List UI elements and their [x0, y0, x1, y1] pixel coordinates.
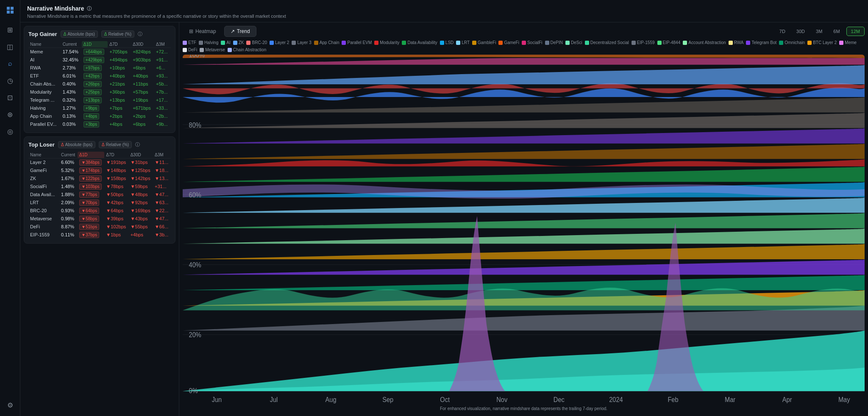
legend-item[interactable]: BRC-20: [246, 40, 267, 45]
top-gainer-row[interactable]: Chain Abs... 0.40% +26bps +21bps +11bps …: [28, 80, 171, 88]
legend-item[interactable]: Layer 2: [270, 40, 289, 45]
legend-item[interactable]: Telegram Bot: [746, 40, 776, 45]
legend-item[interactable]: LSD: [440, 40, 453, 45]
legend-item[interactable]: DeFi: [183, 47, 197, 52]
legend-item[interactable]: GambleFi: [472, 40, 496, 45]
absolute-badge[interactable]: Δ Absolute (bps): [61, 31, 98, 38]
info-icon[interactable]: ⓘ: [87, 6, 92, 12]
top-loser-row[interactable]: ZK 1.67% ▼122bps ▼158bps ▼142bps ▼13...: [28, 175, 171, 183]
top-loser-row[interactable]: Metaverse 0.98% ▼58bps ▼39bps ▼43bps ▼47…: [28, 215, 171, 223]
alert-icon[interactable]: ◎: [3, 124, 18, 139]
top-loser-row[interactable]: Layer 2 6.60% ▼384bps ▼191bps ▼31bps ▼11…: [28, 158, 171, 166]
legend-item[interactable]: ETF: [183, 40, 196, 45]
loser-current: 0.98%: [59, 215, 78, 223]
top-gainer-info-icon[interactable]: ⓘ: [138, 31, 142, 37]
legend-item[interactable]: Data Availability: [402, 40, 437, 45]
top-gainer-row[interactable]: RWA 2.73% +97bps +10bps +6bps +6...: [28, 64, 171, 72]
loser-absolute-badge[interactable]: Δ Absolute (bps): [58, 141, 95, 148]
settings-icon[interactable]: ⚙: [3, 397, 18, 413]
legend-item[interactable]: Halving: [199, 40, 218, 45]
col-d30-header: Δ30D: [131, 41, 154, 48]
legend-item[interactable]: DeSci: [565, 40, 582, 45]
top-loser-row[interactable]: DeFi 8.87% ▼51bps ▼102bps ▼55bps ▼66...: [28, 223, 171, 231]
legend-item[interactable]: RWA: [729, 40, 744, 45]
loser-d7: ▼39bps: [104, 215, 128, 223]
top-gainer-row[interactable]: Telegram ... 0.32% +13bps +13bps +19bps …: [28, 96, 171, 104]
legend-label: Data Availability: [407, 40, 437, 45]
legend-item[interactable]: Omnichain: [779, 40, 805, 45]
top-gainer-row[interactable]: Halving 1.27% +9bps +7bps +671bps +33...: [28, 104, 171, 112]
legend-item[interactable]: SocialFi: [522, 40, 542, 45]
top-loser-info-icon[interactable]: ⓘ: [135, 141, 140, 148]
dashboard-icon[interactable]: ⊞: [3, 22, 18, 37]
legend-label: Telegram Bot: [751, 40, 776, 45]
legend-label: ETF: [188, 40, 196, 45]
gainer-current: 1.43%: [61, 88, 82, 96]
top-gainer-row[interactable]: ETF 6.01% +42bps +40bps +40bps +93...: [28, 72, 171, 80]
tab-heatmap[interactable]: ⊞ Heatmap: [183, 26, 223, 37]
relative-badge[interactable]: Δ Relative (%): [101, 31, 134, 38]
legend-item[interactable]: Account Abstraction: [683, 40, 726, 45]
gainer-current: 0.13%: [61, 112, 82, 120]
top-loser-row[interactable]: LRT 2.09% ▼70bps ▼42bps ▼92bps ▼63...: [28, 199, 171, 207]
loser-name: Layer 2: [28, 158, 59, 166]
legend-item[interactable]: EIP-4844: [657, 40, 681, 45]
users-icon[interactable]: ⊛: [3, 107, 18, 122]
logo[interactable]: [3, 3, 17, 17]
clock-icon[interactable]: ◷: [3, 73, 18, 88]
chart-icon[interactable]: ◫: [3, 39, 18, 54]
legend-item[interactable]: LRT: [456, 40, 470, 45]
legend-item[interactable]: Metaverse: [200, 47, 225, 52]
legend-item[interactable]: Modularity: [374, 40, 399, 45]
legend-item[interactable]: Decentralized Social: [585, 40, 629, 45]
legend-item[interactable]: Meme: [839, 40, 857, 45]
legend-item[interactable]: GameFi: [498, 40, 519, 45]
col-d7-header: Δ7D: [108, 41, 131, 48]
search-icon[interactable]: ⌕: [3, 56, 18, 71]
legend-item[interactable]: BTC Layer 2: [807, 40, 837, 45]
top-loser-row[interactable]: BRC-20 0.93% ▼64bps ▼64bps ▼169bps ▼22..…: [28, 207, 171, 215]
legend-item[interactable]: Layer 3: [292, 40, 311, 45]
legend-item[interactable]: DePIN: [545, 40, 563, 45]
top-gainer-row[interactable]: Meme 17.54% +644bps +705bps +824bps +72.…: [28, 48, 171, 56]
loser-current: 1.67%: [59, 175, 78, 183]
trend-label: Trend: [237, 28, 250, 34]
legend-item[interactable]: Chain Abstraction: [228, 47, 266, 52]
time-7d[interactable]: 7D: [775, 27, 790, 36]
loser-d30: ▼48bps: [129, 191, 153, 199]
time-12m[interactable]: 12M: [846, 27, 865, 36]
legend-item[interactable]: AI: [221, 40, 230, 45]
time-3m[interactable]: 3M: [811, 27, 827, 36]
time-30d[interactable]: 30D: [792, 27, 810, 36]
legend-item[interactable]: EIP-1559: [632, 40, 655, 45]
loser-d1: ▼58bps: [78, 215, 104, 223]
legend-label: AI: [226, 40, 230, 45]
loser-current: 1.88%: [59, 191, 78, 199]
legend-item[interactable]: ZK: [233, 40, 244, 45]
top-gainer-row[interactable]: Parallel EV... 0.03% +3bps +4bps +6bps +…: [28, 120, 171, 128]
top-loser-row[interactable]: Data Avail... 1.88% ▼77bps ▼50bps ▼48bps…: [28, 191, 171, 199]
loser-relative-badge[interactable]: Δ Relative (%): [99, 141, 132, 148]
top-gainer-row[interactable]: AI 32.45% +429bps +494bps +903bps +91...: [28, 56, 171, 64]
svg-text:Apr: Apr: [782, 396, 792, 403]
legend-label: EIP-4844: [663, 40, 681, 45]
top-loser-row[interactable]: GameFi 5.32% ▼174bps ▼148bps ▼125bps ▼18…: [28, 166, 171, 175]
grid-icon[interactable]: ⊡: [3, 90, 18, 105]
time-6m[interactable]: 6M: [829, 27, 844, 36]
top-loser-row[interactable]: SocialFi 1.48% ▼103bps ▼78bps ▼59bps +31…: [28, 183, 171, 191]
heatmap-label: Heatmap: [195, 28, 216, 34]
legend-dot: [200, 48, 204, 52]
loser-d3m: ▼3b...: [153, 231, 171, 239]
top-loser-row[interactable]: EIP-1559 0.11% ▼37bps ▼1bps +4bps ▼3b...: [28, 231, 171, 239]
tab-trend[interactable]: ↗ Trend: [224, 26, 256, 37]
loser-d3m: ▼47...: [153, 215, 171, 223]
top-gainer-row[interactable]: App Chain 0.13% +4bps +2bps +2bps +2b...: [28, 112, 171, 120]
gainer-d30: +40bps: [131, 72, 154, 80]
legend-dot: [270, 41, 274, 45]
gainer-current: 0.40%: [61, 80, 82, 88]
legend-item[interactable]: App Chain: [314, 40, 339, 45]
legend-label: Meme: [845, 40, 857, 45]
page-header: Narrative Mindshare ⓘ Narrative Mindshar…: [20, 0, 868, 22]
top-gainer-row[interactable]: Modularity 1.43% +25bps +36bps +57bps +7…: [28, 88, 171, 96]
legend-item[interactable]: Parallel EVM: [342, 40, 372, 45]
